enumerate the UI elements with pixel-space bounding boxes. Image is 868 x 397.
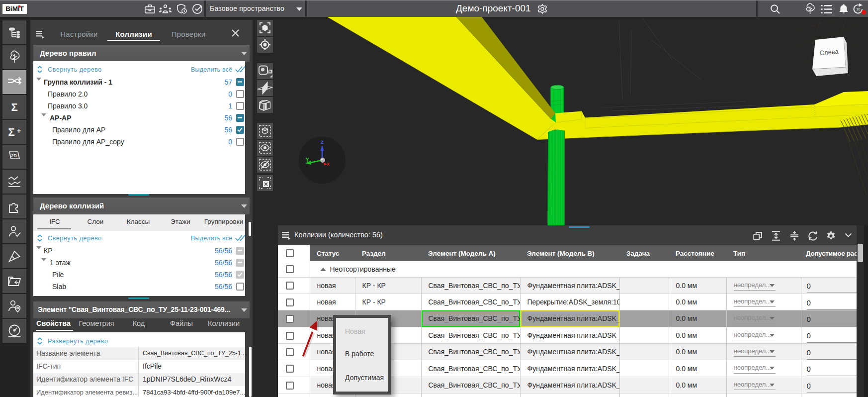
svg-text:Z: Z [321,139,324,145]
svg-text:2D: 2D [11,153,17,158]
svg-text:Σ: Σ [11,101,17,113]
svg-text:Y: Y [306,157,309,163]
svg-text:X: X [327,162,330,167]
svg-text:+: + [17,127,21,135]
svg-text:Σ: Σ [8,126,14,138]
svg-text:10: 10 [856,7,860,11]
